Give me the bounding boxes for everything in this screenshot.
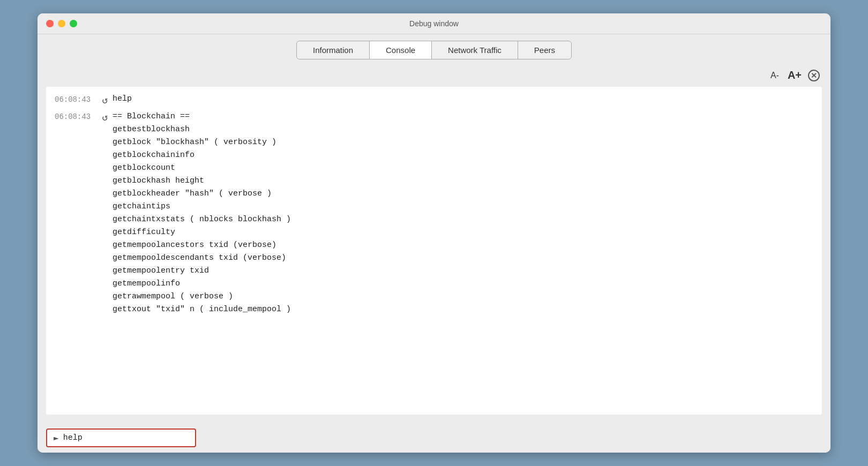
tab-network-traffic[interactable]: Network Traffic: [432, 41, 518, 59]
console-output[interactable]: 06:08:43 ↺ help 06:08:43 ↺ == Blockchain…: [46, 87, 822, 415]
close-button[interactable]: [46, 20, 54, 27]
console-input[interactable]: [63, 433, 170, 442]
console-command-1: help: [113, 93, 132, 106]
console-panel: 06:08:43 ↺ help 06:08:43 ↺ == Blockchain…: [46, 87, 822, 415]
toolbar-right: A- A+ ✕: [38, 68, 830, 87]
tab-console[interactable]: Console: [370, 41, 432, 59]
tab-peers[interactable]: Peers: [518, 41, 571, 59]
debug-window: Debug window Information Console Network…: [38, 13, 830, 453]
timestamp-1: 06:08:43: [55, 93, 98, 106]
input-wrapper: ►: [46, 429, 196, 447]
minimize-button[interactable]: [58, 20, 65, 27]
close-icon-button[interactable]: ✕: [808, 70, 820, 81]
input-bar: ►: [38, 423, 830, 453]
console-output-text: == Blockchain == getbestblockhash getblo…: [113, 110, 291, 316]
timestamp-2: 06:08:43: [55, 110, 98, 123]
tab-group: Information Console Network Traffic Peer…: [296, 41, 572, 59]
title-bar: Debug window: [38, 13, 830, 34]
font-increase-button[interactable]: A+: [785, 68, 804, 82]
input-prompt-icon: ►: [54, 433, 59, 443]
console-entry-1: 06:08:43 ↺ help: [55, 93, 813, 108]
arrow-icon-2: ↺: [98, 110, 113, 125]
console-entry-2: 06:08:43 ↺ == Blockchain == getbestblock…: [55, 110, 813, 316]
content-area: 06:08:43 ↺ help 06:08:43 ↺ == Blockchain…: [38, 87, 830, 423]
font-controls: A- A+ ✕: [768, 68, 820, 82]
tab-bar: Information Console Network Traffic Peer…: [38, 34, 830, 68]
tab-information[interactable]: Information: [297, 41, 370, 59]
maximize-button[interactable]: [70, 20, 77, 27]
arrow-icon-1: ↺: [98, 93, 113, 108]
window-controls: [46, 20, 77, 27]
window-title: Debug window: [409, 19, 459, 28]
font-decrease-button[interactable]: A-: [768, 70, 781, 81]
